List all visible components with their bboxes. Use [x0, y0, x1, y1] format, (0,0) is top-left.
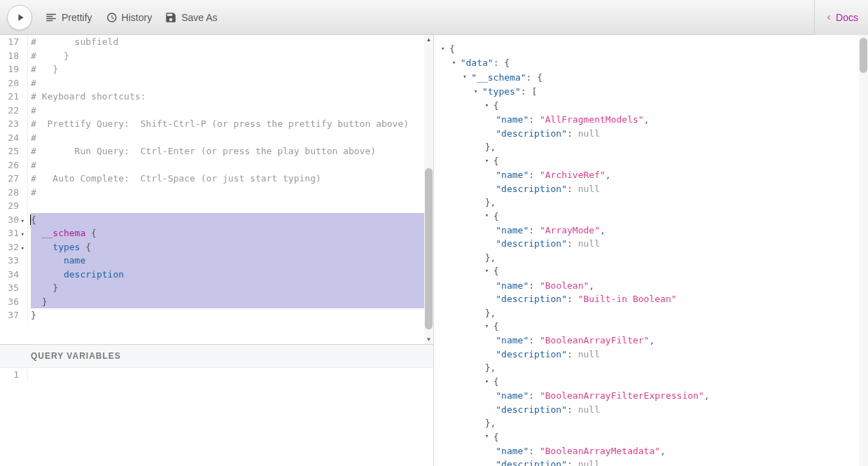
editor-gutter: 1718192021222324252627282930▾31▾32▾33343…: [0, 35, 28, 322]
result-pane: ▾{ ▾"data": { ▾"__schema": { ▾"types": […: [434, 35, 868, 466]
variables-line-number: 1: [0, 368, 24, 382]
docs-label: Docs: [836, 12, 858, 23]
query-editor[interactable]: 1718192021222324252627282930▾31▾32▾33343…: [0, 35, 433, 344]
scroll-up-arrow[interactable]: ▲: [424, 35, 433, 44]
query-variables-label: QUERY VARIABLES: [31, 351, 121, 361]
scrollbar-thumb[interactable]: [425, 168, 433, 329]
result-scrollbar-thumb[interactable]: [860, 38, 867, 73]
history-button[interactable]: History: [105, 11, 153, 24]
main: 1718192021222324252627282930▾31▾32▾33343…: [0, 35, 868, 466]
save-icon: [164, 11, 177, 24]
chevron-left-icon: [825, 13, 833, 22]
docs-button[interactable]: Docs: [814, 0, 868, 35]
result-scrollbar[interactable]: [859, 35, 868, 466]
history-icon: [105, 11, 118, 24]
result-viewer[interactable]: ▾{ ▾"data": { ▾"__schema": { ▾"types": […: [434, 35, 868, 466]
run-button[interactable]: [7, 5, 32, 30]
query-variables-header[interactable]: QUERY VARIABLES: [0, 344, 433, 368]
save-as-button[interactable]: Save As: [164, 11, 217, 24]
editor-scrollbar[interactable]: ▲ ▼: [424, 35, 433, 344]
prettify-label: Prettify: [62, 12, 92, 23]
prettify-icon: [45, 11, 57, 24]
history-label: History: [122, 12, 153, 23]
editor-pane: 1718192021222324252627282930▾31▾32▾33343…: [0, 35, 434, 466]
query-variables-editor[interactable]: 1: [0, 368, 433, 466]
save-as-label: Save As: [181, 12, 217, 23]
play-icon: [15, 12, 26, 23]
editor-code[interactable]: # subfield# }# }## Keyboard shortcuts:##…: [28, 35, 433, 322]
toolbar: Prettify History Save As Docs: [0, 0, 868, 35]
scroll-down-arrow[interactable]: ▼: [424, 335, 433, 344]
prettify-button[interactable]: Prettify: [45, 11, 92, 24]
